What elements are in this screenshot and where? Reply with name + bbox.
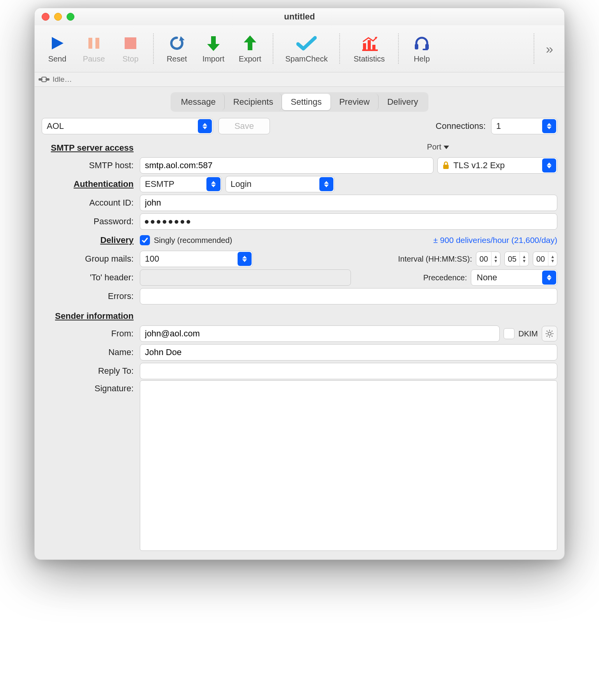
- interval-hh-stepper[interactable]: 00 ▲▼: [476, 252, 500, 266]
- headset-icon: [413, 34, 430, 52]
- svg-rect-1: [88, 38, 92, 49]
- section-delivery: Delivery: [42, 235, 136, 245]
- svg-marker-6: [207, 44, 220, 51]
- stop-button: Stop: [113, 29, 148, 68]
- singly-label: Singly (recommended): [154, 236, 232, 245]
- tls-select[interactable]: TLS v1.2 Exp: [437, 157, 557, 174]
- gear-icon: [545, 329, 554, 338]
- precedence-label: Precedence:: [423, 273, 467, 282]
- delivery-rate: ± 900 deliveries/hour (21,600/day): [433, 236, 557, 245]
- stepper-arrows-icon: ▲▼: [548, 252, 557, 266]
- tab-recipients[interactable]: Recipients: [225, 94, 282, 110]
- spamcheck-button[interactable]: SpamCheck: [279, 29, 334, 68]
- from-label: From:: [42, 329, 136, 339]
- tab-message[interactable]: Message: [172, 94, 224, 110]
- arrow-down-icon: [206, 34, 220, 52]
- password-input[interactable]: ●●●●●●●●: [140, 213, 557, 230]
- svg-marker-4: [179, 36, 185, 41]
- auth-method-select[interactable]: Login: [226, 176, 335, 192]
- preset-value: AOL: [47, 121, 64, 131]
- arrow-up-icon: [243, 34, 257, 52]
- svg-rect-10: [363, 43, 366, 50]
- connections-select[interactable]: 1: [491, 118, 557, 134]
- svg-marker-0: [52, 37, 63, 49]
- svg-rect-15: [425, 44, 429, 49]
- to-header-label: 'To' header:: [42, 273, 136, 283]
- auth-mode-select[interactable]: ESMTP: [140, 176, 222, 192]
- import-button[interactable]: Import: [196, 29, 231, 68]
- to-header-input: [140, 269, 351, 286]
- dkim-checkbox[interactable]: [504, 328, 514, 339]
- signature-textarea[interactable]: [140, 380, 557, 551]
- connection-icon: [39, 76, 49, 83]
- chevron-updown-icon: [206, 177, 220, 191]
- smtp-host-input[interactable]: [140, 157, 433, 174]
- reply-to-input[interactable]: [140, 363, 557, 379]
- smtp-host-label: SMTP host:: [42, 160, 136, 171]
- from-input[interactable]: [140, 325, 500, 342]
- preset-select[interactable]: AOL: [42, 118, 213, 134]
- precedence-select[interactable]: None: [471, 269, 557, 286]
- tab-delivery[interactable]: Delivery: [379, 94, 426, 110]
- svg-rect-14: [415, 44, 418, 49]
- account-id-input[interactable]: [140, 195, 557, 211]
- status-bar: Idle…: [35, 72, 564, 87]
- main-tabs: Message Recipients Settings Preview Deli…: [35, 87, 564, 116]
- svg-line-27: [547, 336, 548, 336]
- status-text: Idle…: [53, 75, 72, 84]
- name-label: Name:: [42, 347, 136, 357]
- interval-label: Interval (HH:MM:SS):: [398, 255, 472, 264]
- save-button[interactable]: Save: [218, 118, 270, 134]
- dkim-label: DKIM: [518, 329, 538, 338]
- chevron-updown-icon: [319, 177, 333, 191]
- section-sender: Sender information: [42, 311, 136, 321]
- chevron-updown-icon: [238, 252, 252, 266]
- connections-label: Connections:: [436, 121, 486, 131]
- tab-settings[interactable]: Settings: [282, 94, 331, 110]
- group-mails-select[interactable]: 100: [140, 251, 253, 267]
- toolbar-overflow-button[interactable]: »: [540, 39, 559, 58]
- svg-line-25: [547, 331, 548, 332]
- titlebar: untitled: [35, 8, 564, 25]
- section-auth: Authentication: [42, 179, 136, 189]
- caret-down-icon: [444, 146, 449, 149]
- statistics-button[interactable]: Statistics: [346, 29, 393, 68]
- stop-icon: [124, 34, 137, 52]
- window-title: untitled: [35, 12, 564, 22]
- svg-rect-3: [125, 37, 136, 49]
- name-input[interactable]: [140, 344, 557, 361]
- settings-form: AOL Save Connections: 1 SMTP server acce…: [35, 116, 564, 559]
- reset-button[interactable]: Reset: [160, 29, 194, 68]
- svg-rect-19: [443, 165, 449, 169]
- interval-ss-stepper[interactable]: 00 ▲▼: [533, 252, 557, 266]
- svg-marker-7: [244, 35, 256, 42]
- errors-label: Errors:: [42, 291, 136, 301]
- interval-mm-stepper[interactable]: 05 ▲▼: [504, 252, 529, 266]
- svg-rect-12: [372, 45, 375, 50]
- password-label: Password:: [42, 216, 136, 227]
- group-mails-label: Group mails:: [42, 254, 136, 264]
- send-button[interactable]: Send: [40, 29, 74, 68]
- chevron-updown-icon: [198, 119, 212, 133]
- export-button[interactable]: Export: [233, 29, 267, 68]
- chevron-updown-icon: [542, 271, 556, 285]
- refresh-icon: [169, 34, 185, 52]
- dkim-settings-button[interactable]: [542, 326, 557, 341]
- account-id-label: Account ID:: [42, 198, 136, 208]
- pause-icon: [87, 34, 101, 52]
- svg-rect-8: [248, 42, 252, 50]
- check-icon: [296, 34, 317, 52]
- chevron-updown-icon: [542, 158, 556, 172]
- tab-preview[interactable]: Preview: [331, 94, 379, 110]
- reply-to-label: Reply To:: [42, 366, 136, 376]
- svg-line-28: [551, 331, 552, 332]
- svg-rect-11: [368, 40, 371, 50]
- singly-checkbox[interactable]: [140, 235, 150, 245]
- toolbar: Send Pause Stop Reset: [35, 25, 564, 72]
- port-header[interactable]: Port: [427, 142, 449, 151]
- chart-icon: [361, 34, 378, 52]
- errors-input[interactable]: [140, 288, 557, 304]
- help-button[interactable]: Help: [405, 29, 439, 68]
- svg-rect-2: [95, 38, 99, 49]
- lock-icon: [442, 161, 450, 170]
